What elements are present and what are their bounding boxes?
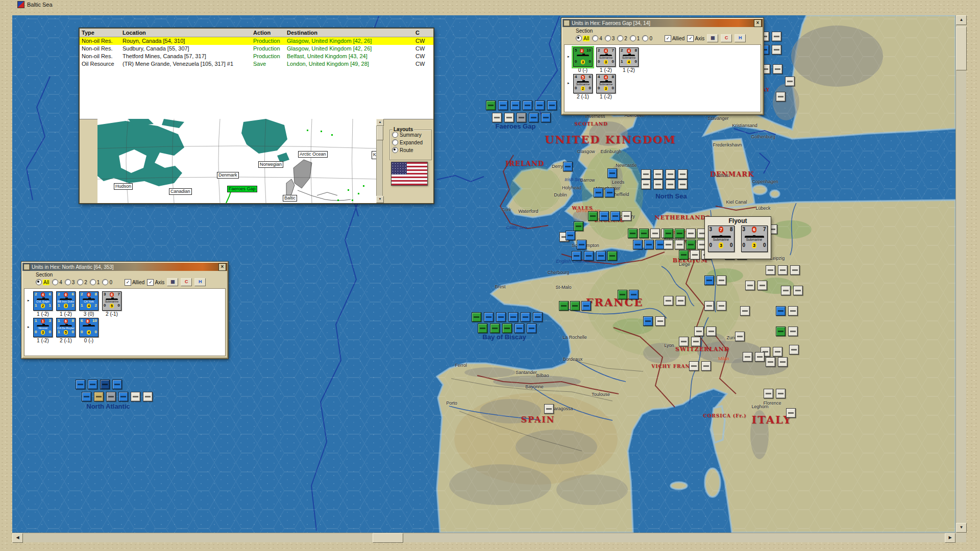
faeroes-section-radio-3[interactable]: 3 (605, 35, 615, 41)
row-scroll-arrow-icon[interactable] (568, 55, 572, 59)
map-unit-counter[interactable] (490, 323, 500, 333)
map-unit-counter[interactable] (678, 180, 688, 189)
map-unit-counter[interactable] (653, 169, 663, 179)
north-atlantic-section-radio-4[interactable]: 4 (52, 279, 62, 285)
map-unit-counter[interactable] (618, 290, 627, 299)
unit-counter[interactable]: 367Submarine0502 (-1) (101, 291, 123, 317)
map-unit-counter[interactable] (581, 301, 591, 311)
unit-counter[interactable]: 68100400 (-) (78, 318, 100, 343)
unit-counter[interactable]: 168CA De Ruyter1502 (-1) (55, 318, 77, 343)
map-unit-counter[interactable] (629, 290, 639, 299)
map-unit-counter[interactable] (655, 316, 665, 326)
map-unit-counter[interactable] (785, 77, 795, 86)
map-unit-counter[interactable] (100, 380, 110, 389)
unit-counter[interactable]: 266BB Iron Duke1321 (-2) (55, 291, 77, 317)
unit-counter[interactable]: 378Submarine030 (706, 226, 736, 252)
map-unit-counter[interactable] (743, 352, 752, 362)
layout-option-route[interactable]: Route (392, 147, 429, 153)
map-unit-counter[interactable] (588, 211, 598, 221)
map-unit-counter[interactable] (793, 286, 803, 295)
map-unit-counter[interactable] (605, 188, 615, 197)
scroll-right-button[interactable] (945, 533, 955, 543)
map-unit-counter[interactable] (790, 265, 800, 275)
map-unit-counter[interactable] (517, 113, 526, 122)
scroll-left-button[interactable] (12, 533, 23, 543)
map-unit-counter[interactable] (666, 180, 675, 189)
convoy-row[interactable]: Oil Resource(TR) Mene Grande, Venezuela … (80, 60, 433, 68)
map-unit-counter[interactable] (106, 392, 116, 402)
map-unit-counter[interactable] (664, 296, 673, 306)
north-atlantic-axis-checkbox[interactable]: Axis (147, 279, 164, 286)
map-unit-counter[interactable] (653, 180, 663, 189)
map-unit-counter[interactable] (776, 327, 786, 336)
route-minimap[interactable]: Arctic OceanNorwegianDenmarkHudsonCanadi… (97, 119, 376, 203)
map-unit-counter[interactable] (607, 168, 617, 178)
map-unit-counter[interactable] (514, 323, 524, 333)
row-scroll-arrow-icon[interactable] (568, 81, 572, 85)
map-unit-counter[interactable] (788, 327, 798, 336)
north-atlantic-allied-checkbox[interactable]: Allied (125, 279, 144, 286)
unit-counter[interactable]: 456Submarine0202 (-1) (572, 74, 594, 99)
map-unit-counter[interactable] (773, 64, 782, 74)
horizontal-scroll-thumb[interactable] (373, 533, 403, 543)
map-unit-counter[interactable] (486, 101, 496, 110)
map-unit-counter[interactable] (643, 316, 653, 326)
vertical-scroll-thumb[interactable] (956, 27, 967, 70)
map-unit-counter[interactable] (594, 188, 603, 197)
map-unit-counter[interactable] (773, 347, 782, 357)
map-unit-counter[interactable] (679, 250, 689, 260)
map-unit-counter[interactable] (644, 240, 654, 249)
hex-button[interactable]: H (194, 278, 206, 286)
map-unit-counter[interactable] (789, 345, 799, 355)
close-icon[interactable] (218, 263, 226, 271)
map-unit-counter[interactable] (472, 312, 481, 322)
window-menu-icon[interactable] (23, 264, 30, 270)
map-unit-counter[interactable] (735, 332, 745, 341)
map-unit-counter[interactable] (610, 211, 620, 221)
map-unit-counter[interactable] (776, 306, 786, 316)
map-unit-counter[interactable] (776, 389, 786, 398)
map-unit-counter[interactable] (650, 229, 660, 238)
minimap-scrollbar[interactable] (376, 119, 383, 203)
window-menu-icon[interactable] (564, 20, 570, 27)
map-unit-counter[interactable] (772, 32, 781, 41)
map-unit-counter[interactable] (666, 169, 675, 179)
map-unit-counter[interactable] (521, 312, 530, 322)
map-unit-counter[interactable] (701, 361, 711, 371)
convoy-row[interactable]: Non-oil Res.Rouyn, Canada [54, 310]Produ… (80, 37, 433, 45)
map-unit-counter[interactable] (706, 327, 716, 336)
map-unit-counter[interactable] (498, 101, 508, 110)
map-unit-counter[interactable] (694, 327, 704, 336)
map-unit-counter[interactable] (541, 113, 551, 122)
north-atlantic-section-radio-0[interactable]: 0 (102, 279, 112, 285)
unit-counter[interactable]: 448Submarine0301 (-2) (595, 74, 617, 99)
map-unit-counter[interactable] (570, 301, 580, 311)
unit-counter[interactable]: 268CA York1423 (0) (78, 291, 100, 317)
details-button[interactable]: ▦ (167, 278, 178, 286)
north-atlantic-section-radio-3[interactable]: 3 (65, 279, 75, 285)
map-unit-counter[interactable] (766, 357, 775, 367)
map-unit-counter[interactable] (704, 276, 714, 285)
unit-counter[interactable]: 246CVL Eagle1211 (-2) (32, 291, 54, 317)
faeroes-section-radio-1[interactable]: 1 (630, 35, 640, 41)
faeroes-section-radio-0[interactable]: 0 (642, 35, 652, 41)
map-unit-counter[interactable] (607, 251, 617, 261)
minimap-scroll-up[interactable] (376, 119, 384, 126)
map-unit-counter[interactable] (572, 251, 581, 261)
unit-counter[interactable]: 247Submarine0301 (-2) (595, 47, 617, 73)
map-unit-counter[interactable] (679, 337, 689, 346)
convoy-row[interactable]: Non-oil Res.Sudbury, Canada [55, 307]Pro… (80, 45, 433, 53)
map-unit-counter[interactable] (641, 169, 651, 179)
unit-counter[interactable]: 53100300 (-) (572, 47, 594, 73)
map-unit-counter[interactable] (786, 408, 796, 418)
faeroes-allied-checkbox[interactable]: Allied (665, 35, 684, 42)
map-unit-counter[interactable] (504, 113, 514, 122)
map-unit-counter[interactable] (527, 323, 536, 333)
map-unit-counter[interactable] (772, 45, 781, 55)
faeroes-section-radio-2[interactable]: 2 (617, 35, 627, 41)
map-unit-counter[interactable] (678, 169, 688, 179)
map-unit-counter[interactable] (523, 101, 532, 110)
map-unit-counter[interactable] (764, 389, 773, 398)
map-unit-counter[interactable] (778, 357, 788, 367)
north-atlantic-section-radio-all[interactable]: All (36, 279, 50, 285)
